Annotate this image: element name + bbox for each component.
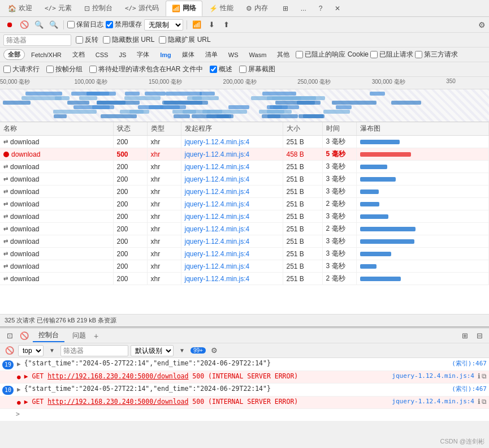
expand-icon[interactable]: ▶ — [17, 385, 21, 393]
cell-initiator-5[interactable]: jquery-1.12.4.min.js:4 — [181, 198, 283, 210]
expand-icon[interactable]: ▶ — [17, 359, 21, 368]
console-tab-issues[interactable]: 问题 — [67, 330, 92, 342]
hide-data-url-checkbox[interactable]: 隐藏数据 URL — [103, 35, 154, 45]
initiator-link[interactable]: jquery-1.12.4.min.js:4 — [185, 138, 250, 146]
type-filter-css[interactable]: CSS — [91, 50, 113, 59]
tab-more-tools[interactable]: ⊞ — [277, 1, 294, 16]
type-filter-js[interactable]: JS — [114, 50, 131, 59]
console-context-arrow[interactable]: ▼ — [46, 344, 58, 357]
col-time[interactable]: 时间 — [322, 122, 356, 136]
filter-input[interactable] — [3, 35, 71, 46]
col-waterfall[interactable]: 瀑布图 — [356, 122, 489, 136]
preserve-log-input[interactable] — [67, 21, 75, 28]
table-row[interactable]: ⇄download200xhrjquery-1.12.4.min.js:4251… — [0, 173, 489, 186]
initiator-link[interactable]: jquery-1.12.4.min.js:4 — [185, 262, 250, 270]
table-row[interactable]: ⇄download200xhrjquery-1.12.4.min.js:4251… — [0, 186, 489, 198]
console-area[interactable]: 19▶{"start_time":"2024-05-27T22:14","end… — [0, 358, 489, 421]
console-row-1[interactable]: ●▶ GET http://192.168.230.240:5000/downl… — [0, 371, 489, 384]
type-filter-fetch_xhr[interactable]: Fetch/XHR — [27, 50, 66, 59]
tab-help[interactable]: ? — [313, 1, 328, 16]
type-filter-blocked_cookie[interactable]: 已阻止的响应 Cookie — [296, 50, 369, 59]
table-row[interactable]: ⇄download200xhrjquery-1.12.4.min.js:4251… — [0, 248, 489, 260]
screenshot-input[interactable] — [239, 66, 246, 73]
overview-input[interactable] — [210, 66, 217, 73]
console-toolbar-clear[interactable]: 🚫 — [3, 344, 16, 357]
cell-initiator-11[interactable]: jquery-1.12.4.min.js:4 — [181, 273, 283, 285]
throttle-select[interactable]: 无限制 慢速3G 快速3G 离线 — [144, 19, 183, 31]
type-filter-other[interactable]: 其他 — [272, 49, 294, 60]
table-row[interactable]: ⇄download200xhrjquery-1.12.4.min.js:4251… — [0, 136, 489, 148]
type-filter-blocked_cookie-input[interactable] — [296, 51, 303, 58]
type-filter-img[interactable]: Img — [155, 50, 176, 59]
table-row[interactable]: ⇄download200xhrjquery-1.12.4.min.js:4251… — [0, 161, 489, 173]
cell-initiator-1[interactable]: jquery-1.12.4.min.js:4 — [181, 148, 283, 161]
console-settings-icon[interactable]: ⚙ — [208, 344, 220, 357]
initiator-link[interactable]: jquery-1.12.4.min.js:4 — [185, 163, 250, 171]
type-filter-manifest[interactable]: 清单 — [201, 49, 222, 60]
console-info-btn[interactable]: ℹ — [478, 398, 481, 406]
initiator-link[interactable]: jquery-1.12.4.min.js:4 — [185, 200, 250, 208]
console-info-btn[interactable]: ℹ — [478, 372, 481, 380]
reverse-checkbox[interactable]: 反转 — [76, 35, 98, 45]
console-row-3[interactable]: ●▶ GET http://192.168.230.240:5000/downl… — [0, 397, 489, 409]
search-button[interactable]: 🔍 — [47, 19, 60, 31]
cell-initiator-0[interactable]: jquery-1.12.4.min.js:4 — [181, 136, 283, 148]
console-source-link[interactable]: (索引):467 — [452, 359, 487, 368]
disable-cache-checkbox[interactable]: 禁用缓存 — [106, 20, 142, 29]
overview-checkbox[interactable]: 概述 — [210, 64, 232, 74]
tab-welcome[interactable]: 🏠 欢迎 — [2, 1, 38, 16]
table-row[interactable]: ⇄download200xhrjquery-1.12.4.min.js:4251… — [0, 273, 489, 285]
cell-initiator-7[interactable]: jquery-1.12.4.min.js:4 — [181, 223, 283, 235]
har-option-input[interactable] — [89, 66, 97, 73]
record-button[interactable]: ⏺ — [3, 19, 16, 31]
console-context-select[interactable]: top — [18, 345, 44, 356]
download-filter-icon[interactable]: ⬇ — [205, 19, 218, 31]
console-clear-btn[interactable]: 🚫 — [18, 330, 31, 342]
tab-close[interactable]: ✕ — [329, 1, 346, 16]
cell-initiator-2[interactable]: jquery-1.12.4.min.js:4 — [181, 161, 283, 173]
tab-console[interactable]: ⊡ 控制台 — [79, 1, 118, 16]
col-size[interactable]: 大小 — [283, 122, 322, 136]
type-filter-font[interactable]: 字体 — [132, 49, 154, 60]
tab-memory[interactable]: ⚙ 内存 — [240, 1, 274, 16]
tab-elements[interactable]: </> 元素 — [39, 1, 77, 16]
large-rows-input[interactable] — [3, 66, 11, 73]
tab-extra[interactable]: ... — [295, 1, 312, 16]
type-filter-third_party-input[interactable] — [415, 51, 422, 58]
by-frame-checkbox[interactable]: 按帧分组 — [46, 64, 83, 74]
initiator-link[interactable]: jquery-1.12.4.min.js:4 — [185, 175, 250, 183]
console-filter-input[interactable] — [60, 345, 128, 356]
screenshot-checkbox[interactable]: 屏幕截图 — [239, 64, 275, 74]
type-filter-blocked_req[interactable]: 已阻止请求 — [370, 50, 413, 59]
cell-initiator-9[interactable]: jquery-1.12.4.min.js:4 — [181, 248, 283, 260]
initiator-link[interactable]: jquery-1.12.4.min.js:4 — [185, 213, 250, 221]
large-rows-checkbox[interactable]: 大请求行 — [3, 64, 40, 74]
console-row-2[interactable]: 10▶{"start_time":"2024-05-27T22:14","end… — [0, 384, 489, 397]
cell-initiator-3[interactable]: jquery-1.12.4.min.js:4 — [181, 173, 283, 186]
import-har-icon[interactable]: ⬆ — [220, 19, 232, 31]
console-source-link[interactable]: (索引):467 — [452, 385, 487, 393]
cell-initiator-4[interactable]: jquery-1.12.4.min.js:4 — [181, 186, 283, 198]
hide-extensions-input[interactable] — [159, 36, 166, 44]
by-frame-input[interactable] — [46, 66, 54, 73]
initiator-link[interactable]: jquery-1.12.4.min.js:4 — [185, 188, 250, 196]
console-record-btn[interactable]: ⊡ — [3, 330, 16, 342]
table-row[interactable]: ⇄download200xhrjquery-1.12.4.min.js:4251… — [0, 260, 489, 273]
console-source-link[interactable]: jquery-1.12.4.min.js:4 — [392, 372, 474, 380]
reverse-input[interactable] — [76, 36, 83, 44]
table-row[interactable]: ⇄download200xhrjquery-1.12.4.min.js:4251… — [0, 210, 489, 223]
type-filter-doc[interactable]: 文档 — [68, 49, 89, 60]
console-cursor-row[interactable]: > — [0, 409, 489, 421]
type-filter-media[interactable]: 媒体 — [178, 49, 199, 60]
type-filter-all[interactable]: 全部 — [3, 49, 25, 60]
console-level-select[interactable]: 默认级别 详细 信息 警告 错误 — [131, 345, 174, 356]
hide-data-url-input[interactable] — [103, 36, 110, 44]
tab-performance[interactable]: ⚡ 性能 — [204, 1, 239, 16]
type-filter-third_party[interactable]: 第三方请求 — [415, 50, 458, 59]
cell-initiator-10[interactable]: jquery-1.12.4.min.js:4 — [181, 260, 283, 273]
error-icon[interactable]: ● — [17, 398, 21, 406]
cell-initiator-8[interactable]: jquery-1.12.4.min.js:4 — [181, 235, 283, 248]
table-row[interactable]: ⇄download200xhrjquery-1.12.4.min.js:4251… — [0, 223, 489, 235]
timeline-area[interactable]: 50,000 毫秒100,000 毫秒150,000 毫秒200,000 毫秒2… — [0, 77, 489, 122]
col-status[interactable]: 状态 — [113, 122, 147, 136]
